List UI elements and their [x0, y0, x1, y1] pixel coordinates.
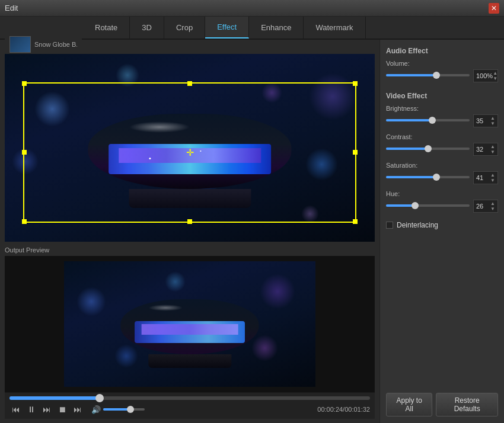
- stop-button[interactable]: ⏹: [56, 403, 69, 415]
- crop-handle-br[interactable]: [353, 219, 358, 224]
- original-preview: ✛: [5, 54, 375, 242]
- file-label: Snow Globe B...: [5, 33, 82, 56]
- restore-defaults-button[interactable]: Restore Defaults: [436, 393, 498, 416]
- controls-row: ⏮ ⏸ ⏭ ⏹ ⏭ 🔊 00:00:24/00:01:32: [9, 403, 370, 415]
- saturation-label: Saturation:: [386, 162, 498, 169]
- crop-handle-tr[interactable]: [353, 81, 358, 86]
- output-preview: [5, 256, 375, 392]
- crop-handle-mr[interactable]: [353, 150, 358, 155]
- hue-spinbox[interactable]: 26 ▲▼: [473, 200, 498, 213]
- title-bar-text: Edit: [5, 4, 489, 12]
- volume-area: 🔊: [91, 405, 145, 414]
- bottom-buttons: Apply to All Restore Defaults: [386, 393, 498, 416]
- crop-handle-bl[interactable]: [22, 219, 27, 224]
- main-area: Original Preview: [0, 40, 504, 423]
- saturation-slider[interactable]: [386, 176, 470, 180]
- deinterlacing-checkbox[interactable]: [386, 222, 393, 229]
- tab-crop[interactable]: Crop: [164, 17, 205, 39]
- saturation-row: 41 ▲▼: [386, 171, 498, 184]
- preview-panel: Original Preview: [0, 40, 379, 423]
- crosshair-icon: ✛: [186, 147, 194, 158]
- seek-fill: [9, 396, 100, 400]
- tab-watermark[interactable]: Watermark: [304, 17, 365, 39]
- seek-thumb[interactable]: [95, 394, 104, 402]
- volume-thumb[interactable]: [127, 406, 134, 413]
- volume-icon: 🔊: [91, 405, 101, 414]
- tab-rotate[interactable]: Rotate: [83, 17, 130, 39]
- audio-effect-title: Audio Effect: [386, 47, 498, 55]
- playback-bar: ⏮ ⏸ ⏭ ⏹ ⏭ 🔊 00:00:24/00:01:32: [5, 392, 375, 419]
- apply-to-all-button[interactable]: Apply to All: [386, 393, 432, 416]
- volume-slider[interactable]: [386, 74, 470, 78]
- deinterlacing-row: Deinterlacing: [386, 221, 498, 229]
- volume-label: Volume:: [386, 60, 498, 67]
- file-name: Snow Globe B...: [34, 41, 77, 48]
- right-panel: Audio Effect Volume: 100% ▲▼ Video Effec…: [379, 40, 504, 423]
- volume-row: 100% ▲▼: [386, 69, 498, 82]
- crop-overlay[interactable]: ✛: [23, 82, 356, 223]
- brightness-label: Brightness:: [386, 105, 498, 112]
- tab-enhance[interactable]: Enhance: [249, 17, 304, 39]
- crop-handle-tc[interactable]: [187, 81, 192, 86]
- brightness-spinbox[interactable]: 35 ▲▼: [473, 114, 498, 127]
- close-window-button[interactable]: ✕: [489, 3, 499, 14]
- time-display: 00:00:24/00:01:32: [317, 406, 370, 413]
- skip-back-button[interactable]: ⏮: [9, 403, 23, 415]
- deinterlacing-label: Deinterlacing: [397, 221, 438, 229]
- volume-bar[interactable]: [103, 408, 145, 411]
- pause-button[interactable]: ⏸: [25, 403, 38, 415]
- brightness-slider[interactable]: [386, 119, 470, 123]
- volume-spinbox[interactable]: 100% ▲▼: [473, 69, 498, 82]
- hue-label: Hue:: [386, 190, 498, 197]
- hue-row: 26 ▲▼: [386, 200, 498, 213]
- contrast-slider[interactable]: [386, 148, 470, 151]
- skip-end-button[interactable]: ⏭: [71, 403, 84, 415]
- crop-handle-bc[interactable]: [187, 219, 192, 224]
- crop-handle-ml[interactable]: [22, 150, 27, 155]
- fast-forward-button[interactable]: ⏭: [40, 403, 53, 415]
- title-bar: Edit ✕: [0, 0, 504, 17]
- tab-effect[interactable]: Effect: [205, 17, 249, 39]
- crop-handle-tl[interactable]: [22, 81, 27, 86]
- apply-row: Apply to All Restore Defaults: [386, 393, 498, 416]
- file-thumbnail: [9, 36, 31, 53]
- video-effect-title: Video Effect: [386, 92, 498, 100]
- tab-3d[interactable]: 3D: [130, 17, 164, 39]
- output-preview-label: Output Preview: [5, 246, 375, 254]
- seek-bar[interactable]: [9, 396, 370, 400]
- hue-slider[interactable]: [386, 204, 470, 208]
- contrast-label: Contrast:: [386, 133, 498, 140]
- brightness-row: 35 ▲▼: [386, 114, 498, 127]
- contrast-row: 32 ▲▼: [386, 143, 498, 156]
- contrast-spinbox[interactable]: 32 ▲▼: [473, 143, 498, 156]
- saturation-spinbox[interactable]: 41 ▲▼: [473, 171, 498, 184]
